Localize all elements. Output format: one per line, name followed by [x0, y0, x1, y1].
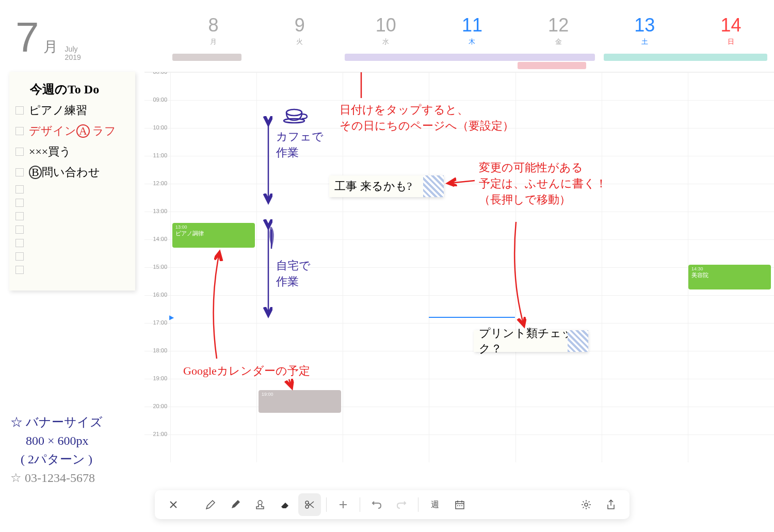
todo-item[interactable]: ピアノ練習 — [15, 103, 130, 118]
checkbox-icon[interactable] — [15, 185, 24, 194]
hour-cell[interactable] — [688, 212, 774, 239]
undo-button[interactable] — [365, 493, 388, 516]
hour-cell[interactable] — [256, 268, 343, 295]
hour-cell[interactable] — [343, 128, 429, 156]
hour-cell[interactable] — [170, 324, 256, 351]
hour-cell[interactable] — [429, 296, 515, 323]
stamp-icon[interactable] — [249, 493, 271, 516]
hour-cell[interactable] — [343, 101, 429, 128]
hour-cell[interactable] — [429, 268, 515, 295]
todo-item[interactable]: デザインA ラフ — [15, 123, 130, 139]
hour-cell[interactable] — [256, 324, 343, 351]
hour-cell[interactable] — [515, 407, 602, 434]
day-header-tue[interactable]: 9火 — [256, 0, 343, 52]
hour-cell[interactable] — [343, 296, 429, 323]
checkbox-icon[interactable] — [15, 252, 24, 261]
hour-cell[interactable] — [429, 73, 515, 100]
event-evening[interactable]: 19:00 — [259, 390, 341, 413]
hour-cell[interactable] — [688, 407, 774, 434]
hour-cell[interactable] — [343, 351, 429, 379]
hour-cell[interactable] — [170, 156, 256, 184]
hour-cell[interactable] — [429, 407, 515, 434]
hour-cell[interactable] — [256, 240, 343, 267]
hour-cell[interactable] — [515, 73, 602, 100]
day-header-fri[interactable]: 12金 — [515, 0, 602, 52]
hour-cell[interactable] — [688, 101, 774, 128]
event-salon[interactable]: 14:30 美容院 — [688, 265, 771, 289]
redo-button[interactable] — [390, 493, 413, 516]
hour-cell[interactable] — [515, 128, 602, 156]
hour-cell[interactable] — [602, 184, 688, 212]
todo-item[interactable] — [15, 239, 130, 247]
hour-cell[interactable] — [602, 240, 688, 267]
day-header-sat[interactable]: 13土 — [602, 0, 688, 52]
scissors-icon[interactable] — [298, 493, 321, 516]
hour-cell[interactable] — [429, 212, 515, 239]
hour-cell[interactable] — [515, 435, 602, 462]
hour-cell[interactable] — [688, 73, 774, 100]
hour-cell[interactable] — [688, 128, 774, 156]
hour-cell[interactable] — [515, 268, 602, 295]
close-button[interactable] — [162, 493, 185, 516]
todo-item[interactable] — [15, 252, 130, 261]
pencil-icon[interactable] — [199, 493, 222, 516]
hour-cell[interactable] — [688, 156, 774, 184]
hour-cell[interactable] — [170, 268, 256, 295]
hour-cell[interactable] — [256, 101, 343, 128]
hour-cell[interactable] — [429, 379, 515, 407]
hour-cell[interactable] — [343, 268, 429, 295]
hour-cell[interactable] — [515, 101, 602, 128]
add-button[interactable] — [332, 493, 354, 516]
hour-cell[interactable] — [515, 379, 602, 407]
todo-item[interactable] — [15, 266, 130, 274]
hour-cell[interactable] — [343, 324, 429, 351]
hour-cell[interactable] — [170, 73, 256, 100]
event-piano[interactable]: 13:00 ピアノ調律 — [172, 223, 255, 248]
hour-cell[interactable] — [515, 212, 602, 239]
hour-cell[interactable] — [256, 296, 343, 323]
hour-cell[interactable] — [602, 351, 688, 379]
hour-cell[interactable] — [343, 379, 429, 407]
hour-cell[interactable] — [256, 128, 343, 156]
checkbox-icon[interactable] — [15, 266, 24, 274]
hour-cell[interactable] — [602, 212, 688, 239]
hour-cell[interactable] — [170, 351, 256, 379]
hour-cell[interactable] — [688, 435, 774, 462]
checkbox-icon[interactable] — [15, 168, 24, 176]
hour-cell[interactable] — [343, 407, 429, 434]
hour-cell[interactable] — [343, 212, 429, 239]
hour-cell[interactable] — [602, 128, 688, 156]
hour-cell[interactable] — [170, 128, 256, 156]
sticky-print[interactable]: プリント類チェック？ — [474, 330, 587, 352]
hour-cell[interactable] — [602, 101, 688, 128]
day-header-sun[interactable]: 14日 — [688, 0, 774, 52]
hour-cell[interactable] — [256, 212, 343, 239]
hour-cell[interactable] — [602, 407, 688, 434]
hour-cell[interactable] — [602, 435, 688, 462]
hour-cell[interactable] — [429, 435, 515, 462]
sticky-construction[interactable]: 工事 来るかも? — [329, 175, 443, 197]
hour-cell[interactable] — [602, 156, 688, 184]
checkbox-icon[interactable] — [15, 106, 24, 115]
checkbox-icon[interactable] — [15, 239, 24, 247]
hour-cell[interactable] — [515, 184, 602, 212]
hour-cell[interactable] — [256, 351, 343, 379]
hour-cell[interactable] — [170, 407, 256, 434]
hour-cell[interactable] — [170, 296, 256, 323]
hour-cell[interactable] — [602, 73, 688, 100]
checkbox-icon[interactable] — [15, 148, 24, 156]
hour-cell[interactable] — [688, 324, 774, 351]
todo-item[interactable] — [15, 185, 130, 194]
hour-cell[interactable] — [343, 73, 429, 100]
hour-cell[interactable] — [602, 379, 688, 407]
hour-cell[interactable] — [343, 240, 429, 267]
hour-cell[interactable] — [515, 156, 602, 184]
calendar-grid[interactable]: 08:0009:0010:0011:0012:0013:0014:0015:00… — [144, 72, 774, 480]
todo-item[interactable] — [15, 225, 130, 234]
hour-cell[interactable] — [688, 296, 774, 323]
hour-cell[interactable] — [429, 101, 515, 128]
eraser-icon[interactable] — [273, 493, 296, 516]
day-header-wed[interactable]: 10水 — [343, 0, 429, 52]
hour-cell[interactable] — [688, 351, 774, 379]
todo-card[interactable]: 今週のTo Do ピアノ練習 デザインA ラフ ×××買う B問い合わせ — [9, 72, 135, 291]
